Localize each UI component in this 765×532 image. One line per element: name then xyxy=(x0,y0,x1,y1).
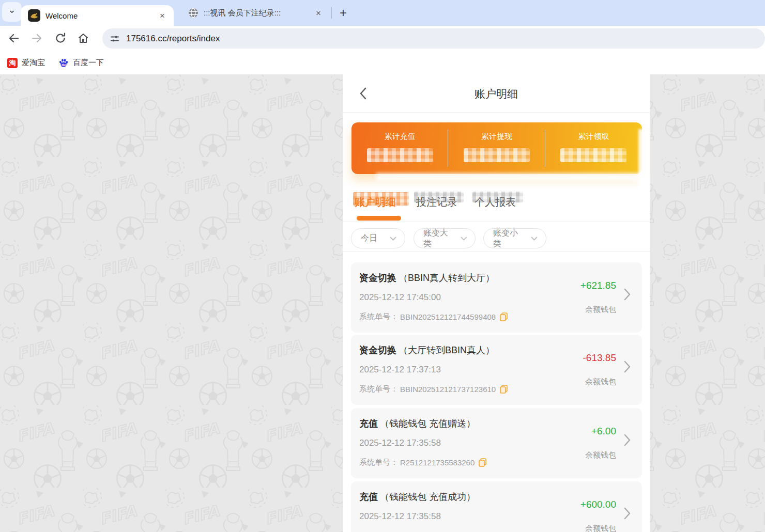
blur-artifact xyxy=(376,173,644,181)
transaction-row[interactable]: 资金切换（大厅转到BBIN真人） 2025-12-12 17:37:13 系统单… xyxy=(351,335,642,405)
masked-value xyxy=(367,148,433,162)
masked-value xyxy=(560,148,626,162)
filter-row: 今日 账变大类 账变小类 xyxy=(343,223,650,252)
tab-title: :::视讯 会员下注纪录::: xyxy=(204,8,313,18)
tab-title: Welcome xyxy=(45,11,157,20)
browser-tab-betting-records[interactable]: :::视讯 会员下注纪录::: × xyxy=(180,0,329,26)
transaction-amount: +621.85 xyxy=(580,280,616,291)
globe-icon xyxy=(188,8,198,18)
blur-artifact xyxy=(472,192,523,202)
panel-header: 账户明细 xyxy=(343,74,650,113)
transaction-row[interactable]: 充值（钱能钱包 充值赠送） 2025-12-12 17:35:58 系统单号： … xyxy=(351,408,642,478)
transaction-row[interactable]: 资金切换（BBIN真人转到大厅） 2025-12-12 17:45:00 系统单… xyxy=(351,262,642,333)
transaction-amount: +6.00 xyxy=(591,426,616,437)
copy-icon[interactable] xyxy=(479,458,486,467)
summary-label: 累计领取 xyxy=(545,132,642,142)
browser-tab-welcome[interactable]: Welcome × xyxy=(21,5,174,26)
chevron-right-icon[interactable] xyxy=(624,507,631,522)
tab-separator xyxy=(331,7,332,19)
filter-major-category-dropdown[interactable]: 账变大类 xyxy=(414,228,476,248)
taobao-icon: 淘 xyxy=(7,58,18,68)
tab-search-button[interactable]: ⌄ xyxy=(2,2,22,22)
filter-date-dropdown[interactable]: 今日 xyxy=(351,228,405,248)
masked-value xyxy=(464,148,530,162)
transaction-time: 2025-12-12 17:35:58 xyxy=(359,438,441,448)
transaction-time: 2025-12-12 17:45:00 xyxy=(359,292,441,303)
browser-toolbar: 175616.cc/reports/index xyxy=(0,26,765,51)
transaction-time: 2025-12-12 17:35:58 xyxy=(359,511,441,522)
home-button[interactable] xyxy=(74,29,92,47)
order-number: BBIN202512121744599408 xyxy=(400,312,496,321)
svg-text:du: du xyxy=(62,62,66,66)
transaction-amount: -613.85 xyxy=(583,352,616,364)
back-button[interactable] xyxy=(5,29,23,47)
bookmark-label: 爱淘宝 xyxy=(22,58,45,68)
filter-label: 账变小类 xyxy=(493,228,526,249)
transaction-time: 2025-12-12 17:37:13 xyxy=(359,365,441,375)
active-tab-underline xyxy=(357,216,401,221)
summary-label: 累计充值 xyxy=(351,132,448,142)
forward-button[interactable] xyxy=(28,29,45,47)
home-icon xyxy=(77,32,89,44)
summary-card: 累计充值 累计提现 累计领取 xyxy=(351,122,642,174)
transaction-title: 资金切换（BBIN真人转到大厅） xyxy=(359,272,495,284)
filter-label: 账变大类 xyxy=(423,228,455,249)
page-viewport: FIFA 账户明细 累计充值 累计提现 xyxy=(0,74,765,532)
wallet-label: 余额钱包 xyxy=(585,377,616,387)
site-favicon-icon xyxy=(28,9,40,22)
chevron-right-icon[interactable] xyxy=(624,434,631,448)
chevron-down-icon xyxy=(390,237,396,241)
blur-artifact xyxy=(353,192,409,206)
close-tab-icon[interactable]: × xyxy=(313,8,324,18)
order-number: BBIN202512121737123610 xyxy=(400,385,496,394)
wallet-label: 余额钱包 xyxy=(585,450,616,460)
close-tab-icon[interactable]: × xyxy=(157,10,167,21)
transaction-order: 系统单号： BBIN202512121744599408 xyxy=(359,312,508,322)
chevron-down-icon xyxy=(461,237,467,241)
account-detail-panel: 账户明细 累计充值 累计提现 累计领取 账户明细 投注记录 个人报表 xyxy=(343,74,650,532)
wallet-label: 余额钱包 xyxy=(585,305,616,315)
blur-artifact xyxy=(414,192,464,202)
transaction-amount: +600.00 xyxy=(580,499,616,510)
reload-icon xyxy=(54,32,67,44)
section-tabs: 账户明细 投注记录 个人报表 xyxy=(343,188,650,222)
order-label: 系统单号： xyxy=(359,458,398,467)
order-label: 系统单号： xyxy=(359,312,398,322)
site-settings-icon[interactable] xyxy=(110,34,120,44)
summary-total-withdraw: 累计提现 xyxy=(448,122,545,174)
wallet-label: 余额钱包 xyxy=(585,524,616,532)
transaction-title: 资金切换（大厅转到BBIN真人） xyxy=(359,344,495,356)
transaction-title: 充值（钱能钱包 充值成功） xyxy=(359,491,476,503)
url-text: 175616.cc/reports/index xyxy=(126,34,220,44)
summary-total-deposit: 累计充值 xyxy=(351,122,448,174)
chevron-right-icon[interactable] xyxy=(624,361,631,375)
url-bar[interactable]: 175616.cc/reports/index xyxy=(102,28,765,49)
transaction-title: 充值（钱能钱包 充值赠送） xyxy=(359,417,476,430)
copy-icon[interactable] xyxy=(500,385,508,394)
order-number: R2512121735583260 xyxy=(400,458,475,467)
copy-icon[interactable] xyxy=(500,312,508,321)
bookmarks-bar: 淘 爱淘宝 du 百度一下 xyxy=(0,51,765,74)
chevron-down-icon xyxy=(531,237,538,241)
new-tab-button[interactable]: + xyxy=(336,6,350,20)
baidu-paw-icon: du xyxy=(58,58,69,68)
bookmark-taobao[interactable]: 淘 爱淘宝 xyxy=(7,58,45,68)
filter-label: 今日 xyxy=(361,233,377,244)
transaction-order: 系统单号： R2512121735583260 xyxy=(359,458,486,467)
browser-tab-strip: ⌄ Welcome × :::视讯 会员下注纪录::: × + xyxy=(0,0,765,26)
chevron-right-icon[interactable] xyxy=(624,288,631,303)
order-label: 系统单号： xyxy=(359,384,398,394)
arrow-right-icon xyxy=(30,32,43,44)
summary-label: 累计提现 xyxy=(448,132,545,142)
bookmark-label: 百度一下 xyxy=(73,58,104,68)
page-title: 账户明细 xyxy=(343,87,650,101)
filter-minor-category-dropdown[interactable]: 账变小类 xyxy=(483,228,546,248)
summary-total-claim: 累计领取 xyxy=(545,122,642,174)
transaction-row[interactable]: 充值（钱能钱包 充值成功） 2025-12-12 17:35:58 +600.0… xyxy=(351,481,642,532)
transaction-order: 系统单号： BBIN202512121737123610 xyxy=(359,384,508,394)
blur-artifact xyxy=(638,129,650,189)
arrow-left-icon xyxy=(8,32,20,44)
reload-button[interactable] xyxy=(52,29,69,47)
bookmark-baidu[interactable]: du 百度一下 xyxy=(58,58,104,68)
